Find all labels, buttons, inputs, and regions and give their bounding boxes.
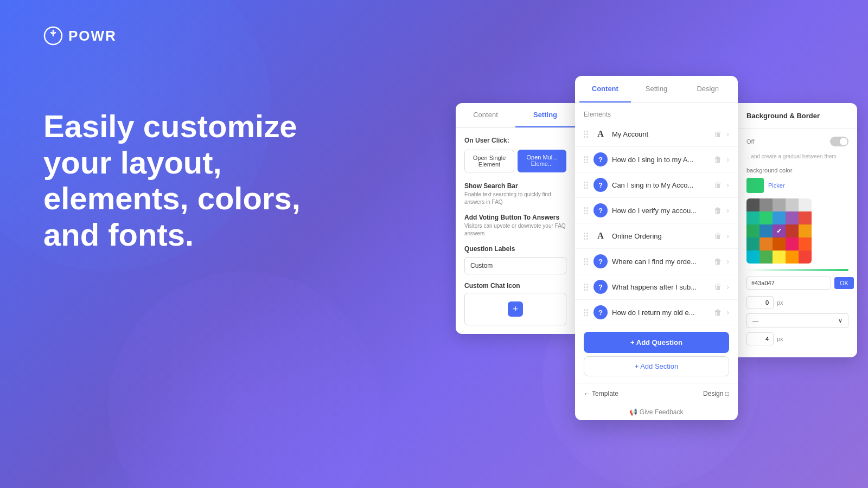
color-grid: ✓ — [746, 198, 812, 264]
footer-design-btn[interactable]: Design □ — [703, 390, 729, 397]
add-question-button[interactable]: + Add Question — [584, 332, 729, 353]
delete-signin[interactable]: 🗑 — [712, 154, 723, 165]
hex-input[interactable] — [746, 277, 831, 290]
delete-what-happens[interactable]: 🗑 — [712, 281, 723, 292]
drag-handle-6 — [584, 258, 588, 265]
chat-icon-section: Custom Chat Icon + — [464, 282, 566, 325]
drag-handle-7 — [584, 284, 588, 291]
color-swatch[interactable] — [746, 178, 764, 193]
tab-content-main[interactable]: Content — [579, 76, 631, 102]
element-item-signin[interactable]: ? How do I sing in to my A... 🗑 › — [575, 147, 738, 172]
element-item-online-ordering[interactable]: A Online Ordering 🗑 › — [575, 223, 738, 249]
element-name-return: How do I return my old e... — [612, 309, 712, 317]
chevron-online-ordering: › — [726, 232, 729, 240]
delete-return[interactable]: 🗑 — [712, 307, 723, 318]
question-labels-input[interactable] — [464, 257, 566, 274]
color-cell-12[interactable]: ✓ — [773, 224, 786, 237]
footer-template-btn[interactable]: ← Template — [584, 390, 618, 397]
color-cell-15[interactable] — [746, 237, 760, 251]
chevron-find-order: › — [726, 257, 729, 266]
dropdown-row[interactable]: — ∨ — [746, 313, 848, 328]
chevron-return: › — [726, 308, 729, 317]
color-cell-0[interactable] — [746, 198, 760, 211]
color-cell-10[interactable] — [746, 224, 760, 237]
px-label-1: px — [777, 299, 783, 306]
headline-line3: elements, colors, — [43, 181, 301, 216]
px-input-2[interactable] — [746, 332, 774, 345]
delete-online-ordering[interactable]: 🗑 — [712, 230, 723, 241]
delete-find-order[interactable]: 🗑 — [712, 256, 723, 267]
color-cell-6[interactable] — [760, 211, 773, 224]
element-item-my-account[interactable]: A My Account 🗑 › — [575, 121, 738, 147]
color-cell-19[interactable] — [799, 237, 812, 251]
show-search-bar-row: Show Search Bar Enable text searching to… — [464, 182, 566, 206]
color-cell-9[interactable] — [799, 211, 812, 224]
ok-button[interactable]: OK — [834, 277, 854, 289]
px-row-2: px — [746, 332, 848, 345]
border-panel-body: Off ...and create a gradual between them… — [738, 129, 857, 357]
delete-my-account[interactable]: 🗑 — [712, 129, 723, 139]
question-icon-q5: ? — [593, 280, 608, 294]
color-cell-3[interactable] — [786, 198, 799, 211]
logo-text: POWR — [68, 28, 117, 44]
color-cell-18[interactable] — [786, 237, 799, 251]
color-cell-7[interactable] — [773, 211, 786, 224]
color-cell-23[interactable] — [786, 251, 799, 264]
picker-label[interactable]: Picker — [768, 182, 785, 189]
color-cell-5[interactable] — [746, 211, 760, 224]
element-name-cansignin: Can I sing in to My Acco... — [612, 181, 712, 189]
element-name-what-happens: What happens after I sub... — [612, 283, 712, 291]
color-cell-13[interactable] — [786, 224, 799, 237]
add-section-button[interactable]: + Add Section — [584, 356, 729, 376]
element-item-what-happens[interactable]: ? What happens after I sub... 🗑 › — [575, 274, 738, 300]
color-cell-4[interactable] — [799, 198, 812, 211]
chevron-down-icon: ∨ — [838, 317, 843, 324]
delete-cansignin[interactable]: 🗑 — [712, 179, 723, 190]
color-cell-2[interactable] — [773, 198, 786, 211]
question-labels-title: Question Labels — [464, 245, 566, 253]
color-cell-24[interactable] — [799, 251, 812, 264]
opacity-slider[interactable] — [746, 269, 848, 271]
element-item-return[interactable]: ? How do I return my old e... 🗑 › — [575, 300, 738, 325]
setting-buttons: Open Single Element Open Mul... Eleme... — [464, 150, 566, 172]
btn-open-single[interactable]: Open Single Element — [464, 150, 514, 172]
color-cell-16[interactable] — [760, 237, 773, 251]
chat-icon-box[interactable]: + — [464, 293, 566, 325]
color-cell-8[interactable] — [786, 211, 799, 224]
show-search-bar-title: Show Search Bar — [464, 182, 566, 190]
question-labels-section: Question Labels — [464, 245, 566, 274]
color-cell-20[interactable] — [746, 251, 760, 264]
headline-line4: and fonts. — [43, 217, 194, 252]
element-name-find-order: Where can I find my orde... — [612, 258, 712, 266]
drag-handle-5 — [584, 233, 588, 240]
chat-icon-plus-btn[interactable]: + — [508, 301, 523, 317]
element-item-cansignin[interactable]: ? Can I sing in to My Acco... 🗑 › — [575, 172, 738, 198]
px-input-1[interactable] — [746, 296, 774, 309]
color-cell-1[interactable] — [760, 198, 773, 211]
chevron-verify: › — [726, 206, 729, 215]
section-icon-a2: A — [593, 229, 608, 243]
element-item-verify[interactable]: ? How do I verify my accou... 🗑 › — [575, 198, 738, 223]
drag-handle-4 — [584, 207, 588, 214]
setting-panel: Content Setting On User Click: Open Sing… — [456, 103, 575, 334]
color-cell-17[interactable] — [773, 237, 786, 251]
tab-setting[interactable]: Setting — [515, 103, 575, 127]
chevron-what-happens: › — [726, 282, 729, 291]
tab-content[interactable]: Content — [456, 103, 515, 127]
off-toggle[interactable] — [830, 137, 848, 146]
btn-open-multiple[interactable]: Open Mul... Eleme... — [518, 150, 566, 172]
feedback-row[interactable]: 📢 Give Feedback — [575, 404, 738, 420]
question-icon-q2: ? — [593, 178, 608, 192]
color-cell-21[interactable] — [760, 251, 773, 264]
color-cell-11[interactable] — [760, 224, 773, 237]
add-voting-title: Add Voting Button To Answers — [464, 214, 566, 221]
tab-design-main[interactable]: Design — [682, 76, 733, 102]
content-panel: Content Setting Design Elements A My Acc… — [575, 76, 738, 420]
color-cell-14[interactable] — [799, 224, 812, 237]
tab-setting-main[interactable]: Setting — [631, 76, 682, 102]
chevron-cansignin: › — [726, 181, 729, 189]
bg-color-label: background color — [746, 167, 848, 174]
delete-verify[interactable]: 🗑 — [712, 205, 723, 216]
element-item-find-order[interactable]: ? Where can I find my orde... 🗑 › — [575, 249, 738, 274]
color-cell-22[interactable] — [773, 251, 786, 264]
